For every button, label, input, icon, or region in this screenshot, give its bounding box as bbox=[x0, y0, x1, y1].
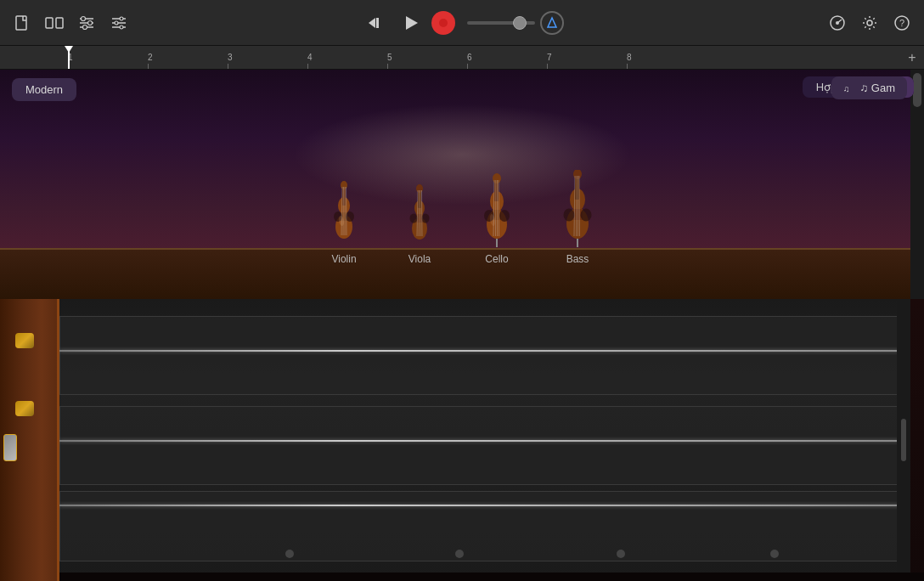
svg-point-7 bbox=[88, 20, 93, 25]
gam-button[interactable]: ♫ ♫ Gam bbox=[831, 76, 907, 99]
instruments-container: Violin Viola bbox=[250, 170, 674, 265]
svg-rect-16 bbox=[376, 18, 379, 28]
viola-instrument[interactable]: Viola bbox=[408, 184, 431, 265]
svg-point-18 bbox=[439, 19, 448, 27]
toolbar-right: ? bbox=[825, 11, 914, 35]
modern-style-button[interactable]: Modern bbox=[12, 78, 76, 101]
svg-point-12 bbox=[120, 17, 123, 20]
svg-point-53 bbox=[499, 210, 510, 222]
new-document-icon[interactable] bbox=[10, 11, 34, 35]
string-1 bbox=[59, 350, 910, 352]
string-2 bbox=[59, 440, 910, 442]
svg-rect-0 bbox=[16, 16, 26, 30]
tuning-peg-2[interactable] bbox=[15, 401, 34, 416]
main-area: Modern Hợp âm Nốt bbox=[0, 70, 924, 581]
toolbar-left bbox=[10, 11, 131, 35]
instrument-selector: Modern Hợp âm Nốt bbox=[0, 70, 924, 299]
svg-point-68 bbox=[573, 170, 582, 179]
svg-point-42 bbox=[422, 214, 430, 223]
settings-icon[interactable] bbox=[107, 11, 131, 35]
loop-icon[interactable] bbox=[42, 11, 66, 35]
instrument-scrollbar[interactable] bbox=[910, 70, 924, 299]
bass-guitar-area bbox=[0, 299, 924, 581]
svg-point-8 bbox=[83, 25, 87, 29]
svg-point-55 bbox=[493, 173, 501, 183]
gam-label: ♫ Gam bbox=[859, 82, 895, 94]
add-bar-button[interactable]: + bbox=[904, 49, 921, 66]
track-section-1 bbox=[59, 316, 910, 395]
metronome-icon[interactable] bbox=[825, 11, 849, 35]
svg-point-23 bbox=[867, 20, 872, 25]
timeline-ruler: 1 2 3 4 5 6 7 8 + bbox=[0, 46, 924, 70]
viola-label: Viola bbox=[408, 253, 431, 265]
svg-point-44 bbox=[416, 184, 423, 193]
violin-label: Violin bbox=[331, 253, 356, 265]
bass-bottom bbox=[0, 573, 924, 581]
toolbar: ? bbox=[0, 0, 924, 46]
fret-dot-4 bbox=[770, 550, 779, 558]
violin-instrument[interactable]: Violin bbox=[331, 180, 357, 265]
svg-rect-43 bbox=[418, 190, 421, 208]
bass-instrument[interactable]: Bass bbox=[562, 170, 593, 265]
play-button[interactable] bbox=[396, 8, 426, 38]
track-section-2 bbox=[59, 406, 910, 485]
svg-point-66 bbox=[581, 209, 592, 222]
nut bbox=[3, 434, 17, 461]
svg-marker-19 bbox=[548, 18, 556, 27]
svg-point-65 bbox=[564, 209, 575, 222]
bass-label: Bass bbox=[566, 253, 589, 265]
svg-marker-17 bbox=[406, 16, 418, 30]
cello-label: Cello bbox=[485, 253, 508, 265]
svg-rect-67 bbox=[575, 176, 579, 200]
cello-instrument[interactable]: Cello bbox=[482, 173, 511, 265]
svg-text:♫: ♫ bbox=[843, 84, 850, 93]
help-icon[interactable]: ? bbox=[890, 11, 914, 35]
track-section-3 bbox=[59, 491, 910, 561]
record-button[interactable] bbox=[431, 11, 455, 35]
string-3 bbox=[59, 505, 910, 506]
tuning-peg-1[interactable] bbox=[15, 333, 34, 348]
svg-rect-31 bbox=[342, 187, 346, 206]
rewind-button[interactable] bbox=[360, 8, 391, 38]
gear-icon[interactable] bbox=[858, 11, 882, 35]
mixer-icon[interactable] bbox=[75, 11, 99, 35]
svg-marker-15 bbox=[369, 18, 375, 28]
fretboard-scrollbar[interactable] bbox=[897, 299, 910, 581]
fret-dot-1 bbox=[285, 550, 294, 558]
svg-rect-1 bbox=[46, 18, 53, 28]
svg-point-13 bbox=[115, 21, 118, 25]
svg-point-14 bbox=[120, 25, 123, 29]
svg-line-22 bbox=[837, 20, 842, 23]
svg-point-32 bbox=[341, 181, 347, 189]
svg-point-41 bbox=[410, 214, 418, 223]
fret-dot-3 bbox=[617, 550, 625, 558]
svg-text:?: ? bbox=[899, 18, 904, 28]
fret-dot-2 bbox=[455, 550, 464, 558]
fretboard[interactable] bbox=[59, 299, 910, 581]
svg-point-6 bbox=[82, 16, 86, 20]
svg-rect-2 bbox=[56, 18, 63, 28]
svg-point-30 bbox=[346, 212, 354, 222]
transport-controls bbox=[360, 8, 564, 38]
guitar-body-left bbox=[0, 299, 59, 581]
